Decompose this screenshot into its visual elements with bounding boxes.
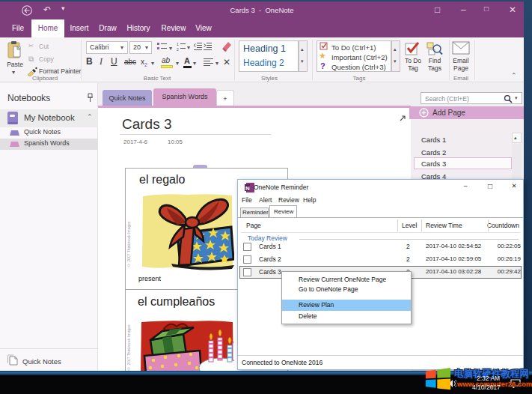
svg-text:2: 2 [177, 47, 179, 52]
svg-text:1: 1 [177, 42, 179, 46]
svg-text:▾: ▾ [169, 45, 172, 52]
svg-text:N: N [245, 185, 250, 192]
